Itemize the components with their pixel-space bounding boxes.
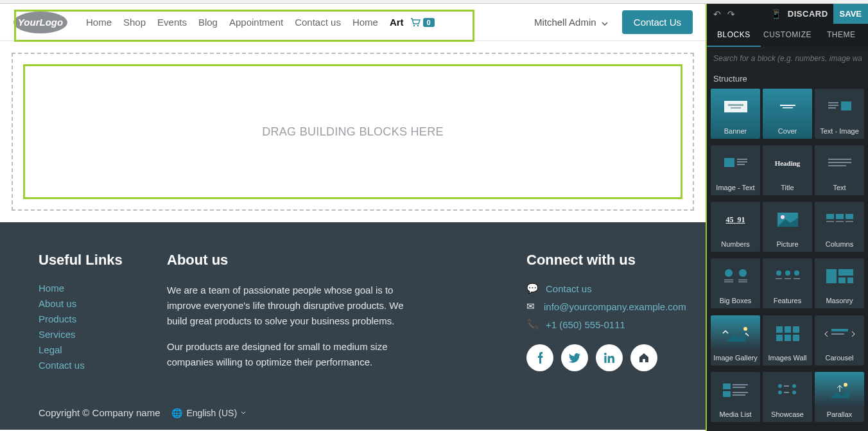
top-nav: YourLogo Home Shop Events Blog Appointme…: [0, 4, 706, 41]
about-p2: Our products are designed for small to m…: [167, 339, 424, 370]
svg-rect-49: [785, 335, 791, 341]
svg-rect-60: [784, 385, 789, 387]
language-selector[interactable]: 🌐 English (US): [171, 408, 246, 418]
footer-link-legal[interactable]: Legal: [39, 344, 62, 355]
user-menu[interactable]: Mitchell Admin: [534, 17, 608, 28]
redo-icon[interactable]: ↷: [727, 9, 735, 19]
nav-blog[interactable]: Blog: [198, 17, 218, 28]
connect-email-link[interactable]: info@yourcompany.example.com: [544, 301, 686, 312]
block-parallax[interactable]: Parallax: [815, 372, 864, 422]
svg-text:YourLogo: YourLogo: [18, 17, 63, 28]
svg-rect-39: [794, 278, 800, 279]
svg-rect-9: [828, 102, 838, 103]
chat-icon: 💬: [526, 283, 537, 294]
about-title: About us: [167, 252, 424, 268]
nav-events[interactable]: Events: [157, 17, 187, 28]
block-media-list[interactable]: Media List: [711, 372, 760, 422]
svg-point-61: [778, 391, 782, 394]
svg-rect-62: [784, 392, 789, 393]
block-features[interactable]: Features: [763, 258, 812, 308]
block-cover[interactable]: Cover: [763, 89, 812, 139]
nav-home2[interactable]: Home: [352, 17, 378, 28]
svg-rect-41: [838, 269, 853, 276]
social-facebook[interactable]: [526, 344, 553, 371]
footer-link-about[interactable]: About us: [39, 298, 76, 309]
block-showcase[interactable]: Showcase: [763, 372, 812, 422]
block-text-image[interactable]: Text - Image: [815, 89, 864, 139]
svg-rect-11: [828, 107, 836, 109]
svg-point-44: [743, 327, 747, 331]
block-banner[interactable]: Banner: [711, 89, 760, 139]
svg-rect-6: [731, 107, 741, 109]
nav-home[interactable]: Home: [86, 17, 112, 28]
svg-rect-55: [733, 387, 745, 388]
connect-phone-link[interactable]: +1 (650) 555-0111: [546, 319, 625, 330]
tab-blocks[interactable]: BLOCKS: [707, 24, 761, 47]
svg-point-65: [844, 383, 847, 387]
block-image-gallery[interactable]: Image Gallery: [711, 315, 760, 365]
social-linkedin[interactable]: [596, 344, 623, 371]
footer-link-home[interactable]: Home: [39, 283, 64, 294]
svg-rect-30: [724, 279, 733, 281]
block-carousel[interactable]: Carousel: [815, 315, 864, 365]
svg-rect-26: [836, 221, 844, 222]
svg-rect-14: [737, 159, 747, 160]
footer-link-services[interactable]: Services: [39, 329, 76, 340]
svg-rect-56: [723, 391, 731, 397]
block-numbers[interactable]: 45 91Numbers: [711, 202, 760, 252]
social-twitter[interactable]: [561, 344, 588, 371]
svg-rect-17: [828, 159, 851, 160]
svg-rect-57: [733, 392, 748, 393]
svg-rect-16: [737, 164, 745, 165]
svg-rect-23: [836, 214, 844, 219]
svg-rect-58: [733, 394, 745, 396]
block-masonry[interactable]: Masonry: [815, 258, 864, 308]
contact-us-button[interactable]: Contact Us: [622, 10, 693, 34]
canvas-placeholder: DRAG BUILDING BLOCKS HERE: [262, 125, 444, 139]
svg-point-34: [776, 270, 781, 276]
footer-link-products[interactable]: Products: [39, 313, 76, 324]
social-home[interactable]: [630, 344, 657, 371]
svg-point-2: [413, 24, 414, 26]
block-big-boxes[interactable]: Big Boxes: [711, 258, 760, 308]
block-image-text[interactable]: Image - Text: [711, 145, 760, 195]
canvas-dropzone[interactable]: DRAG BUILDING BLOCKS HERE: [12, 53, 694, 211]
discard-button[interactable]: DISCARD: [788, 9, 828, 19]
cart[interactable]: 0: [410, 18, 435, 27]
block-search-input[interactable]: [713, 54, 862, 63]
save-button[interactable]: SAVE: [833, 4, 868, 24]
svg-rect-22: [826, 214, 834, 219]
svg-rect-27: [846, 221, 853, 222]
phone-icon: 📞: [526, 319, 537, 330]
nav-appointment[interactable]: Appointment: [229, 17, 283, 28]
cart-count: 0: [423, 18, 435, 27]
copyright: Copyright © Company name: [39, 407, 160, 418]
tab-customize[interactable]: CUSTOMIZE: [761, 24, 815, 47]
block-text[interactable]: Text: [815, 145, 864, 195]
nav-art[interactable]: Art: [390, 17, 404, 28]
svg-point-3: [417, 24, 418, 26]
block-picture[interactable]: Picture: [763, 202, 812, 252]
svg-point-59: [778, 384, 782, 388]
block-columns[interactable]: Columns: [815, 202, 864, 252]
svg-rect-19: [828, 165, 846, 166]
svg-rect-32: [724, 281, 733, 283]
undo-icon[interactable]: ↶: [713, 9, 721, 19]
connect-contact-link[interactable]: Contact us: [546, 283, 592, 294]
nav-contact[interactable]: Contact us: [295, 17, 341, 28]
svg-rect-46: [785, 326, 791, 333]
svg-rect-47: [793, 326, 799, 333]
tab-theme[interactable]: THEME: [814, 24, 868, 47]
svg-rect-52: [831, 333, 844, 335]
useful-links-title: Useful Links: [39, 252, 128, 268]
mobile-icon[interactable]: 📱: [770, 9, 781, 19]
svg-rect-7: [780, 105, 795, 106]
nav-shop[interactable]: Shop: [123, 17, 146, 28]
svg-rect-51: [831, 329, 848, 331]
block-images-wall[interactable]: Images Wall: [763, 315, 812, 365]
block-title[interactable]: HeadingTitle: [763, 145, 812, 195]
footer-link-contact[interactable]: Contact us: [39, 360, 85, 371]
svg-rect-40: [826, 269, 837, 283]
svg-rect-12: [841, 101, 851, 110]
logo[interactable]: YourLogo: [13, 10, 68, 35]
